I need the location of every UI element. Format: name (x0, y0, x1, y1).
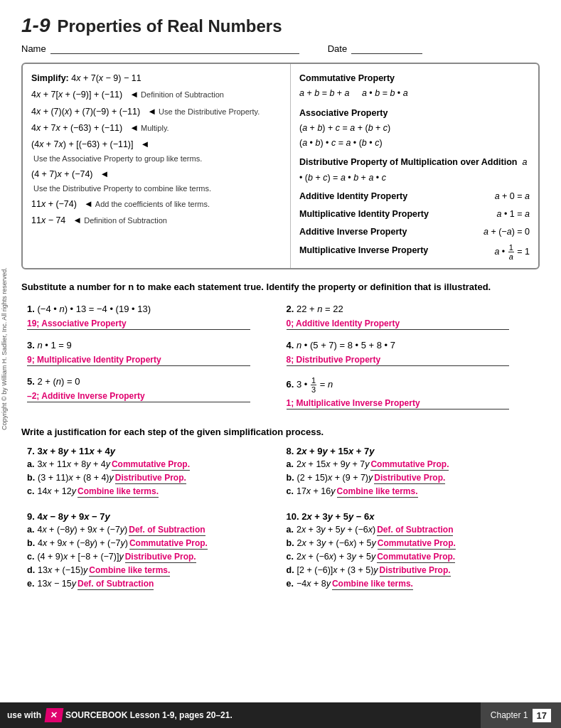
problem-1-text: 1. (−4 • n) • 13 = −4 • (19 • 13) (27, 304, 275, 314)
problem-7b-expr: (3 + 11)x + (8 + 4)y (38, 473, 114, 483)
problem-10a-answer: Def. of Subtraction (377, 525, 453, 536)
problem-7c-label: c. (27, 486, 34, 496)
problem-8a: a. 2x + 15x + 9y + 7y Commutative Prop. (287, 459, 535, 471)
problem-9a-answer: Def. of Subtraction (129, 525, 205, 536)
problem-6-number: 6. (287, 379, 294, 390)
ex-expr-2: 4x + (7)(x) + (7)(−9) + (−11) (31, 105, 140, 119)
section1-directions: Substitute a number for n to make each s… (21, 281, 540, 294)
title-bar: 1-9 Properties of Real Numbers (21, 14, 540, 37)
problem-9a-label: a. (27, 525, 34, 535)
section2-directions: Write a justification for each step of t… (21, 427, 540, 437)
prop-associative: Associative Property (a + b) + c = a + (… (299, 106, 530, 151)
problem-10e-label: e. (287, 579, 294, 589)
page: Copyright © by William H. Sadlier, Inc. … (0, 0, 561, 728)
problem-2-answer: 0; Additive Identity Property (287, 318, 510, 330)
arrow-2: ◄ (147, 104, 156, 119)
problem-10e: e. −4x + 8y Combine like terms. (287, 579, 535, 590)
problem-5-text: 5. 2 + (n) = 0 (27, 376, 275, 387)
problem-10d-expr: [2 + (−6)]x + (3 + 5)y (297, 565, 378, 575)
problem-7b-answer: Distributive Prop. (115, 473, 186, 484)
problem-9a: a. 4x + (−8y) + 9x + (−7y) Def. of Subtr… (27, 525, 275, 536)
section1-problems: 1. (−4 • n) • 13 = −4 • (19 • 13) 19; As… (21, 301, 540, 417)
problem-7b-label: b. (27, 473, 35, 483)
ex-note-5: Use the Distributive Property to combine… (33, 182, 211, 196)
chapter-label: Chapter 1 (491, 710, 528, 720)
problem-10-header: 10. 2x + 3y + 5y − 6x (287, 511, 535, 522)
problem-8b-answer: Distributive Prop. (374, 473, 445, 484)
prop-multiplicative-identity-formula: a • 1 = a (497, 207, 530, 222)
problem-2: 2. 22 + n = 22 0; Additive Identity Prop… (281, 301, 540, 337)
problem-10d-label: d. (287, 565, 294, 575)
date-line (351, 43, 422, 54)
prop-associative-formula1: (a + b) + c = a + (b + c) (299, 123, 390, 133)
problem-9e-expr: 13x − 15y (37, 579, 76, 589)
problem-10e-answer: Combine like terms. (332, 579, 413, 590)
problem-10c-answer: Commutative Prop. (377, 552, 455, 563)
footer-left: use with ✕ SOURCEBOOK Lesson 1-9, pages … (0, 702, 233, 728)
ex-expr-1: 4x + 7[x + (−9)] + (−11) (31, 87, 122, 102)
problem-9b-answer: Commutative Prop. (129, 538, 208, 550)
problem-8a-label: a. (287, 459, 294, 469)
worked-example: Simplify: 4x + 7(x − 9) − 11 4x + 7[x + … (31, 71, 282, 228)
name-line (50, 43, 299, 54)
problem-8b-expr: (2 + 15)x + (9 + 7)y (297, 473, 373, 483)
page-number: 17 (533, 709, 551, 722)
prop-additive-inverse-row: Additive Inverse Property a + (−a) = 0 (299, 225, 530, 240)
problem-2-text: 2. 22 + n = 22 (287, 304, 535, 314)
problem-8: 8. 2x + 9y + 15x + 7y a. 2x + 15x + 9y +… (281, 443, 540, 503)
ex-expr-4: (4x + 7x) + [(−63) + (−11)] (31, 137, 134, 152)
ex-row-5: (4 + 7)x + (−74) ◄ Use the Distributive … (31, 166, 282, 196)
problem-9c-answer: Distributive Prop. (125, 552, 196, 563)
problem-9c-label: c. (27, 552, 34, 562)
problem-10: 10. 2x + 3y + 5y − 6x a. 2x + 3y + 5y + … (281, 503, 540, 595)
prop-associative-formula2: (a • b) • c = a • (b • c) (299, 138, 383, 148)
problem-9b-label: b. (27, 538, 35, 548)
prop-additive-identity-title: Additive Identity Property (299, 189, 407, 204)
info-box-right: Commutative Property a + b = b + a a • b… (291, 64, 538, 268)
problem-10c-expr: 2x + (−6x) + 3y + 5y (296, 552, 375, 562)
problem-5: 5. 2 + (n) = 0 –2; Additive Inverse Prop… (21, 373, 281, 417)
ex-row-simplify: Simplify: 4x + 7(x − 9) − 11 (31, 71, 282, 86)
ex-row-2: 4x + (7)(x) + (7)(−9) + (−11) ◄ Use the … (31, 104, 282, 119)
prop-commutative-title: Commutative Property (299, 73, 395, 83)
ex-row-3: 4x + 7x + (−63) + (−11) ◄ Multiply. (31, 120, 282, 136)
lesson-title: Properties of Real Numbers (57, 16, 282, 36)
problem-10c-label: c. (287, 552, 294, 562)
problem-4-number: 4. (287, 340, 294, 350)
problem-10b-expr: 2x + 3y + (−6x) + 5y (297, 538, 376, 548)
problem-8b-label: b. (287, 473, 294, 483)
copyright-text: Copyright © by William H. Sadlier, Inc. … (1, 267, 8, 430)
prop-multiplicative-identity-row: Multiplicative Identity Property a • 1 =… (299, 207, 530, 222)
ex-row-1: 4x + 7[x + (−9)] + (−11) ◄ Definition of… (31, 87, 282, 102)
problem-7c-answer: Combine like terms. (78, 486, 159, 498)
problem-10b-label: b. (287, 538, 294, 548)
name-date-row: Name Date (21, 43, 540, 54)
problem-3: 3. n • 1 = 9 9; Multiplicative Identity … (21, 337, 281, 373)
lesson-number: 1-9 (21, 14, 50, 37)
info-box: Simplify: 4x + 7(x − 9) − 11 4x + 7[x + … (21, 63, 540, 269)
problem-6-text: 6. 3 • 13 = n (287, 376, 535, 394)
problem-4-answer: 8; Distributive Property (287, 355, 510, 366)
problem-10e-expr: −4x + 8y (296, 579, 331, 589)
arrow-4: ◄ (141, 136, 150, 152)
ex-expr-3: 4x + 7x + (−63) + (−11) (31, 121, 122, 136)
footer-right: Chapter 1 17 (481, 702, 561, 728)
problem-7a-answer: Commutative Prop. (112, 459, 190, 471)
problem-10c: c. 2x + (−6x) + 3y + 5y Commutative Prop… (287, 552, 535, 563)
prop-multiplicative-inverse-formula: a • 1a = 1 (494, 243, 530, 261)
problem-3-number: 3. (27, 340, 35, 350)
info-box-left: Simplify: 4x + 7(x − 9) − 11 4x + 7[x + … (23, 64, 291, 268)
problem-8-header: 8. 2x + 9y + 15x + 7y (287, 446, 535, 456)
problem-7a-expr: 3x + 11x + 8y + 4y (37, 459, 110, 469)
problem-4-text: 4. n • (5 + 7) = 8 • 5 + 8 • 7 (287, 340, 535, 350)
problem-8a-answer: Commutative Prop. (370, 459, 449, 471)
ex-row-6: 11x + (−74) ◄ Add the coefficients of li… (31, 196, 282, 212)
problem-7a-label: a. (27, 459, 34, 469)
ex-row-7: 11x − 74 ◄ Definition of Subtraction (31, 213, 282, 228)
ex-note-1: Definition of Subtraction (141, 88, 224, 102)
problem-9d-label: d. (27, 565, 35, 575)
problem-7: 7. 3x + 8y + 11x + 4y a. 3x + 11x + 8y +… (21, 443, 281, 503)
ex-row-4: (4x + 7x) + [(−63) + (−11)] ◄ Use the As… (31, 136, 282, 166)
ex-expr-7: 11x − 74 (31, 213, 65, 228)
prop-commutative: Commutative Property a + b = b + a a • b… (299, 71, 530, 102)
